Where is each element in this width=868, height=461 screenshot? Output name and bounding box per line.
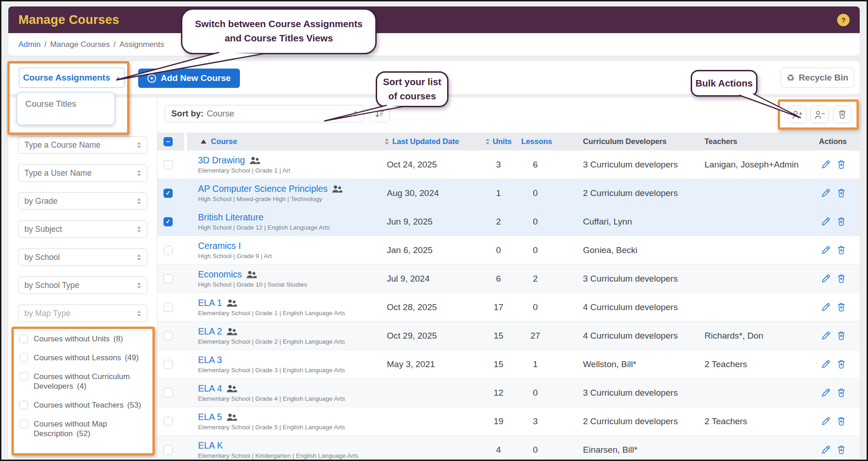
column-header-units[interactable]: Units	[477, 137, 520, 146]
updown-icon	[485, 138, 490, 145]
filter-select[interactable]: by Grade	[18, 192, 147, 210]
filter-select[interactable]: Type a Course Name	[18, 136, 147, 154]
course-link[interactable]: ELA 5	[198, 412, 222, 422]
filter-select[interactable]: by Subject	[18, 220, 147, 238]
filter-checkbox-item[interactable]: Courses without Teachers(53)	[19, 400, 147, 410]
delete-button[interactable]	[837, 445, 846, 455]
course-link[interactable]: Ceramics I	[198, 241, 241, 251]
view-selector-dropdown[interactable]: Course Assignments ▲	[19, 68, 125, 88]
course-link[interactable]: ELA 1	[198, 298, 222, 308]
column-header-teachers: Teachers	[698, 137, 810, 146]
edit-button[interactable]	[821, 445, 831, 455]
edit-button[interactable]	[821, 331, 831, 340]
delete-button[interactable]	[837, 302, 846, 312]
row-checkbox[interactable]: ✓	[163, 303, 173, 312]
delete-button[interactable]	[837, 388, 846, 398]
delete-button[interactable]	[837, 416, 846, 426]
pencil-icon	[821, 302, 831, 312]
filter-checkbox-item[interactable]: Courses without Units(8)	[19, 334, 147, 344]
bulk-delete-button[interactable]	[833, 105, 851, 123]
bulk-add-user-button[interactable]	[788, 105, 806, 123]
recycle-bin-button[interactable]: ♻ Recycle Bin	[781, 68, 854, 88]
course-link[interactable]: ELA 3	[198, 355, 222, 365]
actions-cell	[810, 302, 860, 312]
row-checkbox[interactable]: ✓	[163, 331, 173, 340]
last-updated-cell: Jul 9, 2024	[384, 274, 477, 284]
sort-direction-button[interactable]	[370, 105, 390, 122]
row-checkbox[interactable]: ✓	[163, 360, 173, 369]
course-link[interactable]: ELA 4	[198, 383, 222, 394]
filter-select[interactable]: by School	[18, 248, 147, 266]
menu-item-course-titles[interactable]: Course Titles	[25, 99, 106, 109]
units-cell: 0	[477, 245, 520, 255]
pencil-icon	[821, 331, 831, 340]
pencil-icon	[821, 416, 831, 426]
checkbox[interactable]	[19, 372, 28, 381]
column-header-course[interactable]: Course	[187, 137, 384, 146]
top-card: Manage Courses ? Admin / Manage Courses …	[8, 6, 860, 56]
add-new-course-button[interactable]: + Add New Course	[138, 69, 240, 88]
updown-icon	[137, 310, 141, 317]
delete-button[interactable]	[837, 359, 846, 369]
column-header-lessons[interactable]: Lessons	[520, 137, 550, 146]
edit-button[interactable]	[821, 245, 831, 255]
column-header-last-updated[interactable]: Last Updated Date	[384, 137, 477, 146]
filter-checkbox-item[interactable]: Courses without Curriculum Developers(4)	[19, 372, 147, 391]
course-link[interactable]: ELA 2	[198, 326, 222, 337]
row-checkbox[interactable]: ✓	[163, 417, 173, 426]
row-checkbox[interactable]: ✓	[163, 274, 173, 283]
filter-checkbox-label: Courses without Teachers(53)	[34, 400, 144, 410]
actions-cell	[810, 331, 860, 340]
course-link[interactable]: ELA K	[198, 440, 223, 451]
edit-button[interactable]	[821, 274, 831, 283]
table-header-columns: Course Last Updated Date Units Lessons	[187, 133, 860, 150]
select-all-checkbox[interactable]: −	[163, 137, 173, 146]
course-link[interactable]: Economics	[198, 269, 242, 280]
filter-select[interactable]: by School Type	[18, 277, 147, 294]
course-link[interactable]: British Literature	[198, 212, 263, 223]
recycle-icon: ♻	[786, 72, 795, 83]
filter-select-label: by Subject	[24, 225, 62, 234]
edit-button[interactable]	[821, 188, 831, 198]
delete-button[interactable]	[837, 245, 846, 255]
lessons-cell: 0	[520, 302, 550, 312]
row-checkbox[interactable]: ✓	[163, 388, 173, 398]
help-icon[interactable]: ?	[837, 14, 850, 26]
row-checkbox[interactable]: ✓	[163, 160, 173, 169]
sort-asc-icon	[201, 139, 206, 144]
edit-button[interactable]	[821, 160, 831, 169]
delete-button[interactable]	[837, 160, 846, 169]
edit-button[interactable]	[821, 388, 831, 398]
delete-button[interactable]	[837, 331, 846, 340]
filter-checkbox-item[interactable]: Courses without Lessons(49)	[19, 353, 147, 363]
teachers-cell: 2 Teachers	[698, 359, 810, 369]
trash-restore-icon	[837, 302, 846, 312]
row-checkbox[interactable]: ✓	[163, 246, 173, 255]
course-cell: ELA 3 Elementar	[184, 355, 384, 374]
filter-checkbox-item[interactable]: Courses without Map Description(52)	[19, 419, 147, 438]
edit-button[interactable]	[821, 359, 831, 369]
checkbox[interactable]	[19, 353, 28, 362]
checkbox[interactable]	[19, 420, 28, 428]
delete-button[interactable]	[837, 217, 846, 226]
edit-button[interactable]	[821, 416, 831, 426]
row-checkbox[interactable]: ✓	[163, 189, 173, 198]
course-link[interactable]: AP Computer Science Principles	[198, 184, 327, 194]
filter-select[interactable]: by Map Type	[18, 305, 147, 322]
trash-restore-icon	[837, 160, 846, 169]
row-checkbox[interactable]: ✓	[163, 445, 173, 455]
filter-selects: Type a Course Name Type a User Name by G…	[18, 136, 147, 333]
bulk-remove-user-button[interactable]	[810, 105, 829, 123]
checkbox[interactable]	[19, 401, 28, 409]
checkbox[interactable]	[19, 334, 28, 343]
filter-select[interactable]: Type a User Name	[18, 164, 147, 182]
course-link[interactable]: 3D Drawing	[198, 155, 245, 166]
delete-button[interactable]	[837, 274, 846, 283]
delete-button[interactable]	[837, 188, 846, 198]
sort-by-select[interactable]: Sort by: Course	[165, 105, 364, 122]
breadcrumb-admin-link[interactable]: Admin	[18, 40, 41, 49]
edit-button[interactable]	[821, 217, 831, 226]
row-checkbox[interactable]: ✓	[163, 217, 173, 226]
course-cell: 3D Drawing Elem	[184, 155, 384, 174]
edit-button[interactable]	[821, 302, 831, 312]
